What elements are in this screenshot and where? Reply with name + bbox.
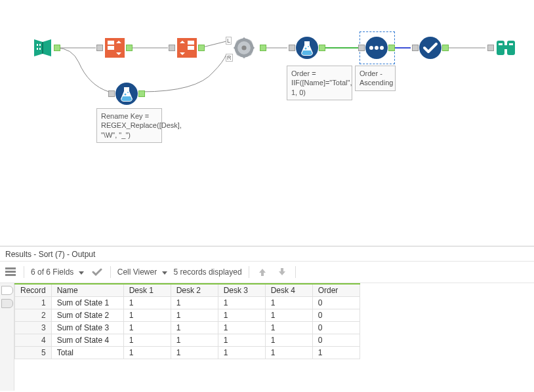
cell-desk1: 1: [123, 347, 171, 359]
layout-icon[interactable]: [4, 265, 17, 279]
cell-desk4: 1: [265, 322, 312, 334]
table-row[interactable]: 3Sum of State 311110: [15, 322, 360, 334]
output-anchor[interactable]: [138, 90, 145, 97]
cell-desk4: 1: [265, 347, 312, 359]
cell-order: 1: [312, 347, 359, 359]
cell-desk4: 1: [265, 309, 312, 322]
input-anchor[interactable]: [358, 45, 365, 51]
col-header-desk2[interactable]: Desk 2: [171, 284, 218, 297]
formula-tool[interactable]: [115, 82, 138, 106]
svg-rect-29: [5, 267, 16, 269]
col-header-desk4[interactable]: Desk 4: [265, 284, 312, 297]
svg-rect-23: [503, 45, 508, 49]
input-anchor[interactable]: [108, 90, 115, 97]
cell-order: 0: [312, 297, 359, 309]
col-header-record[interactable]: Record: [15, 284, 52, 297]
cell-record: 3: [15, 322, 52, 334]
cell-desk3: 1: [218, 297, 265, 309]
col-header-desk3[interactable]: Desk 3: [218, 284, 265, 297]
chevron-down-icon: [79, 271, 84, 275]
cell-order: 0: [312, 309, 359, 322]
results-toolbar: 6 of 6 Fields Cell Viewer 5 records disp…: [0, 262, 534, 283]
col-header-name[interactable]: Name: [51, 284, 123, 297]
output-anchor[interactable]: [260, 45, 266, 51]
cell-desk1: 1: [123, 309, 171, 322]
input-data-tool[interactable]: [31, 36, 54, 60]
table-row[interactable]: 2Sum of State 211110: [15, 309, 360, 322]
svg-point-19: [380, 46, 384, 50]
svg-rect-31: [5, 274, 16, 276]
cell-desk3: 1: [218, 347, 265, 359]
results-title: Results - Sort (7) - Output: [0, 246, 534, 262]
check-icon[interactable]: [91, 265, 104, 279]
input-anchor[interactable]: [169, 45, 175, 51]
formula-tool[interactable]: [295, 36, 319, 60]
input-anchor[interactable]: [289, 45, 295, 51]
cell-desk4: 1: [265, 334, 312, 347]
join-tool[interactable]: [232, 36, 256, 60]
cell-name: Total: [51, 347, 123, 359]
results-grid[interactable]: Record Name Desk 1 Desk 2 Desk 3 Desk 4 …: [14, 283, 534, 391]
output-anchor[interactable]: [319, 45, 325, 51]
output-anchor[interactable]: [54, 45, 60, 51]
tool-annotation: Order - Ascending: [355, 66, 396, 91]
cell-desk4: 1: [265, 297, 312, 309]
table-row[interactable]: 5Total11111: [15, 347, 360, 359]
input-anchor[interactable]: [412, 45, 419, 51]
fields-dropdown[interactable]: 6 of 6 Fields: [31, 267, 84, 277]
input-anchor[interactable]: [96, 45, 103, 51]
output-anchor[interactable]: [388, 45, 395, 51]
svg-rect-30: [5, 271, 16, 273]
svg-rect-2: [37, 48, 38, 50]
sort-tool[interactable]: [365, 36, 388, 60]
svg-rect-5: [108, 41, 114, 45]
tool-annotation: Order = IIF([Name]="Total", 1, 0): [287, 66, 352, 100]
col-header-order[interactable]: Order: [312, 284, 359, 297]
results-gutter: [0, 283, 14, 391]
fields-label: 6 of 6 Fields: [31, 267, 73, 277]
crosstab-tool[interactable]: [175, 36, 199, 60]
gutter-tab[interactable]: [1, 299, 13, 308]
svg-rect-9: [188, 46, 194, 50]
browse-tool[interactable]: [494, 36, 518, 60]
cell-desk2: 1: [171, 347, 218, 359]
cell-desk3: 1: [218, 309, 265, 322]
cell-viewer-label: Cell Viewer: [117, 267, 157, 277]
records-label: 5 records displayed: [174, 267, 242, 277]
svg-point-14: [305, 48, 307, 50]
cell-desk1: 1: [123, 322, 171, 334]
cell-name: Sum of State 4: [51, 334, 123, 347]
svg-point-15: [308, 46, 309, 47]
svg-point-20: [419, 37, 442, 59]
select-tool[interactable]: [419, 36, 442, 60]
input-anchor[interactable]: [487, 45, 494, 51]
col-header-desk1[interactable]: Desk 1: [123, 284, 171, 297]
cell-order: 0: [312, 334, 359, 347]
cell-desk2: 1: [171, 322, 218, 334]
arrow-up-icon[interactable]: [256, 265, 269, 279]
cell-name: Sum of State 3: [51, 322, 123, 334]
join-left-label: L: [226, 37, 232, 45]
cell-desk2: 1: [171, 297, 218, 309]
output-anchor[interactable]: [198, 45, 205, 51]
gutter-tab[interactable]: [1, 286, 13, 295]
tool-annotation: Rename Key = REGEX_Replace([Desk], "\W",…: [96, 108, 162, 143]
svg-rect-0: [37, 44, 38, 46]
svg-rect-3: [39, 48, 41, 50]
cell-desk3: 1: [218, 334, 265, 347]
workflow-canvas[interactable]: L R: [0, 0, 534, 243]
arrow-down-icon[interactable]: [276, 265, 289, 279]
cell-name: Sum of State 1: [51, 297, 123, 309]
cell-desk2: 1: [171, 334, 218, 347]
table-row[interactable]: 1Sum of State 111110: [15, 297, 360, 309]
output-anchor[interactable]: [126, 45, 133, 51]
svg-point-27: [125, 94, 127, 96]
cell-order: 0: [312, 322, 359, 334]
cell-desk2: 1: [171, 309, 218, 322]
cell-viewer-dropdown[interactable]: Cell Viewer: [117, 267, 167, 277]
transpose-tool[interactable]: [103, 36, 127, 60]
table-row[interactable]: 4Sum of State 411110: [15, 334, 360, 347]
cell-record: 2: [15, 309, 52, 322]
svg-rect-1: [39, 44, 41, 46]
output-anchor[interactable]: [442, 45, 449, 51]
